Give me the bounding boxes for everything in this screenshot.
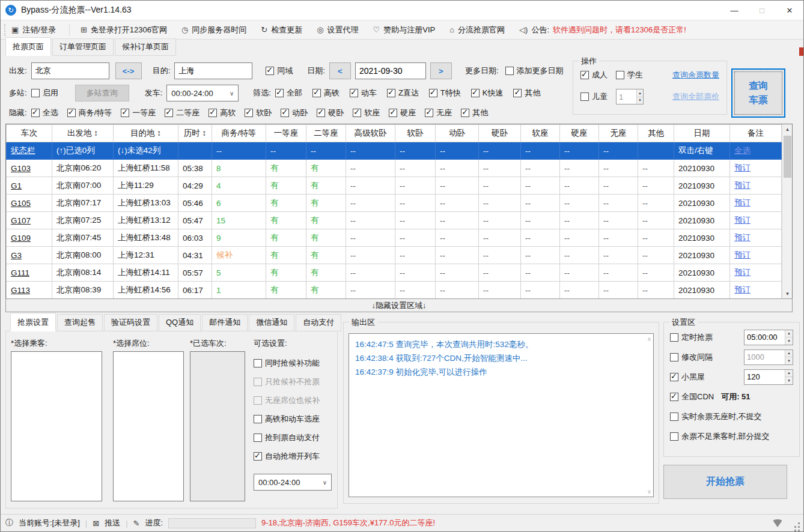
column-header[interactable]: 二等座 xyxy=(306,125,346,142)
seat-hide-checkbox[interactable]: 无座 xyxy=(425,107,452,118)
column-header[interactable]: 无座 xyxy=(599,125,638,142)
toolbar-grip[interactable] xyxy=(4,24,7,36)
toolbar-item[interactable]: ↻ 检查更新 xyxy=(261,25,306,35)
column-header[interactable]: 一等座 xyxy=(266,125,306,142)
date-next-button[interactable]: > xyxy=(430,62,452,79)
toolbar-item[interactable]: ◎ 设置代理 xyxy=(317,25,362,35)
select-all-link[interactable]: 全选 xyxy=(730,142,782,160)
column-header[interactable]: 车次 xyxy=(7,125,52,142)
settings-tab[interactable]: 抢票设置 xyxy=(10,313,56,331)
option-checkbox[interactable]: 抢到票自动支付 xyxy=(254,432,320,443)
table-row[interactable]: G1 北京南07:00 上海11:29 04:29 4 有 有 -- -- --… xyxy=(7,177,782,195)
train-number-link[interactable]: G1 xyxy=(7,177,52,195)
passengers-listbox[interactable] xyxy=(11,351,102,501)
start-grab-button[interactable]: 开始抢票 xyxy=(663,465,787,499)
query-tickets-button[interactable]: 查询 车票 xyxy=(731,68,785,118)
column-header[interactable]: 历时 ↕ xyxy=(178,125,212,142)
minimize-button[interactable]: — xyxy=(720,1,748,20)
train-type-checkbox[interactable]: 动车 xyxy=(350,88,377,98)
seat-hide-checkbox[interactable]: 商务/特等 xyxy=(67,107,112,118)
column-header[interactable]: 高级软卧 xyxy=(346,125,395,142)
seats-listbox[interactable] xyxy=(113,351,184,501)
spin-down-icon[interactable]: ▼ xyxy=(785,377,793,384)
timer-time-input[interactable] xyxy=(745,330,785,345)
table-row[interactable]: G107 北京南07:25 上海虹桥13:12 05:47 15 有 有 -- … xyxy=(7,212,782,229)
toolbar-item[interactable]: ♡ 赞助与注册VIP xyxy=(373,25,439,35)
selected-trains-listbox[interactable] xyxy=(190,351,245,501)
option-checkbox[interactable]: 无座席位也候补 xyxy=(254,395,320,406)
table-row[interactable]: G105 北京南07:17 上海虹桥13:03 05:46 6 有 有 -- -… xyxy=(7,195,782,212)
resize-grip-icon[interactable] xyxy=(798,526,800,528)
blackroom-checkbox[interactable]: 小黑屋 xyxy=(670,372,705,382)
toolbar-item[interactable]: ◷ 同步服务器时间 xyxy=(181,25,250,35)
child-count-input[interactable] xyxy=(617,89,636,104)
no-seat-no-submit-checkbox[interactable]: 实时余票无座时,不提交 xyxy=(670,411,762,422)
table-row[interactable]: G113 北京南08:39 上海虹桥14:56 06:17 1 有 有 -- -… xyxy=(7,282,782,299)
student-checkbox[interactable]: 学生 xyxy=(616,70,643,80)
train-type-checkbox[interactable]: 其他 xyxy=(513,88,540,98)
seat-hide-checkbox[interactable]: 全选 xyxy=(31,107,58,118)
date-prev-button[interactable]: < xyxy=(329,62,351,79)
depart-input[interactable] xyxy=(31,62,109,79)
hide-settings-divider[interactable]: ↓隐藏设置区域↓ xyxy=(5,298,793,312)
spin-down-icon[interactable]: ▼ xyxy=(785,357,793,364)
toolbar-item[interactable]: ⌂ 分流抢票官网 xyxy=(449,25,508,35)
train-type-checkbox[interactable]: T特快 xyxy=(429,88,461,98)
train-type-checkbox[interactable]: K快速 xyxy=(471,88,504,98)
toolbar-item[interactable]: ⊞ 免登录打开12306官网 xyxy=(81,25,171,35)
spin-down-icon[interactable]: ▼ xyxy=(785,337,793,345)
grab-time-range-select[interactable]: 00:00-24:00 ∨ xyxy=(254,474,332,491)
swap-stations-button[interactable]: <-> xyxy=(115,62,142,79)
date-input[interactable] xyxy=(355,62,426,79)
book-link[interactable]: 预订 xyxy=(730,160,782,177)
column-header[interactable]: 出发地 ↕ xyxy=(52,125,114,142)
option-checkbox[interactable]: 只抢候补不抢票 xyxy=(254,376,320,387)
table-row[interactable]: G103 北京南06:20 上海虹桥11:58 05:38 8 有 有 -- -… xyxy=(7,160,782,177)
column-header[interactable]: 日期 xyxy=(674,125,730,142)
train-number-link[interactable]: G109 xyxy=(7,229,52,247)
train-type-checkbox[interactable]: Z直达 xyxy=(387,88,419,98)
train-number-link[interactable]: G103 xyxy=(7,160,52,177)
train-number-link[interactable]: G3 xyxy=(7,247,52,264)
settings-tab[interactable]: QQ通知 xyxy=(159,314,201,331)
page-tab[interactable]: 候补订单页面 xyxy=(115,38,176,56)
spin-down-icon[interactable]: ▼ xyxy=(637,97,643,104)
interval-checkbox[interactable]: 修改间隔 xyxy=(670,352,713,363)
book-link[interactable]: 预订 xyxy=(730,282,782,299)
column-header[interactable]: 目的地 ↕ xyxy=(114,125,178,142)
interval-spinner[interactable]: ▲▼ xyxy=(744,349,793,365)
seat-hide-checkbox[interactable]: 硬座 xyxy=(389,107,416,118)
query-remaining-link[interactable]: 查询余票数量 xyxy=(672,70,719,80)
seat-hide-checkbox[interactable]: 软卧 xyxy=(245,107,272,118)
query-all-prices-link[interactable]: 查询全部票价 xyxy=(672,91,719,102)
option-checkbox[interactable]: 同时抢候补功能 xyxy=(254,358,320,369)
book-link[interactable]: 预订 xyxy=(730,212,782,229)
spin-up-icon[interactable]: ▲ xyxy=(785,370,793,378)
status-row[interactable]: 状态栏 (↑)已选0列 (↓)未选42列 -- -- -- -- -- -- -… xyxy=(7,142,782,160)
timer-grab-checkbox[interactable]: 定时抢票 xyxy=(670,332,713,343)
blackroom-spinner[interactable]: ▲▼ xyxy=(744,369,793,385)
blackroom-input[interactable] xyxy=(745,370,785,384)
seat-hide-checkbox[interactable]: 软座 xyxy=(353,107,380,118)
scroll-up-icon[interactable]: ▲ xyxy=(782,124,793,135)
spin-up-icon[interactable]: ▲ xyxy=(785,330,793,338)
train-type-checkbox[interactable]: 全部 xyxy=(275,88,302,98)
toolbar-item[interactable]: ▣ 注销/登录 xyxy=(11,25,70,35)
toolbar-item[interactable]: ◁) 公告: 软件遇到问题时，请看12306是否正常! xyxy=(519,25,686,35)
table-row[interactable]: G109 北京南07:45 上海虹桥13:48 06:03 9 有 有 -- -… xyxy=(7,229,782,247)
seat-hide-checkbox[interactable]: 二等座 xyxy=(165,107,199,118)
table-row[interactable]: G3 北京南08:00 上海12:31 04:31 候补 有 有 -- -- -… xyxy=(7,247,782,264)
book-link[interactable]: 预订 xyxy=(730,247,782,264)
scrollbar-thumb[interactable] xyxy=(784,136,791,178)
train-number-link[interactable]: G113 xyxy=(7,282,52,299)
settings-tab[interactable]: 微信通知 xyxy=(249,314,294,331)
column-header[interactable]: 硬卧 xyxy=(479,125,521,142)
train-number-link[interactable]: G111 xyxy=(7,264,52,282)
scroll-down-icon[interactable]: ∨ xyxy=(647,488,651,495)
table-scrollbar[interactable]: ▲ ▼ xyxy=(782,124,792,299)
spin-up-icon[interactable]: ▲ xyxy=(785,350,793,358)
scroll-down-icon[interactable]: ▼ xyxy=(782,289,793,299)
seat-hide-checkbox[interactable]: 其他 xyxy=(461,107,488,118)
multi-station-query-button[interactable]: 多站查询 xyxy=(75,85,129,101)
column-header[interactable]: 软座 xyxy=(521,125,560,142)
